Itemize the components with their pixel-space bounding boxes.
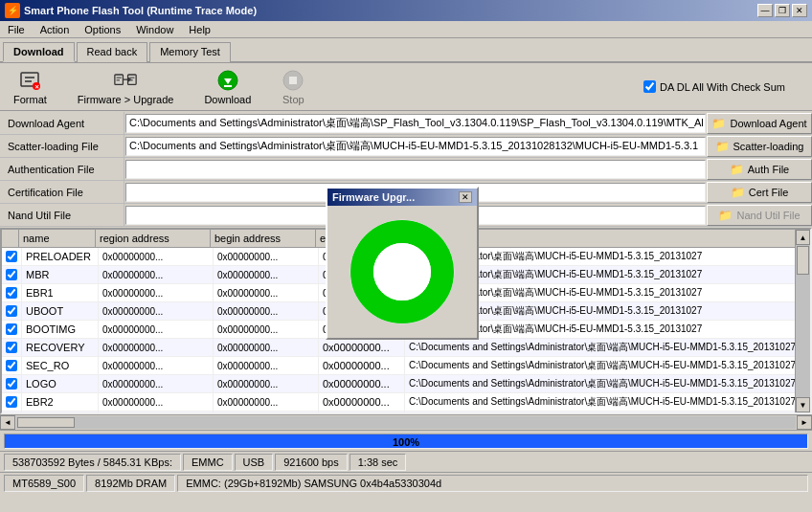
progress-section: 100% (0, 430, 812, 451)
row-begin: 0x00000000... (214, 357, 319, 374)
status-port: USB (235, 454, 274, 471)
menu-file[interactable]: File (5, 23, 28, 36)
status-time: 1:38 sec (350, 454, 407, 471)
modal-close-button[interactable]: ✕ (459, 191, 472, 203)
row-name: PRELOADER (22, 248, 99, 265)
row-end: 0x00000000... (319, 357, 405, 374)
modal-title: Firmware Upgr... (332, 191, 415, 203)
folder-icon-4: 📁 (731, 186, 745, 199)
row-name: ANDROID (22, 412, 99, 414)
svg-point-20 (373, 243, 431, 301)
svg-rect-2 (25, 80, 32, 82)
row-end: 0x00000000... (319, 412, 405, 414)
svg-rect-12 (129, 79, 132, 80)
row-checkbox[interactable] (6, 269, 17, 280)
scroll-up-button[interactable]: ▲ (796, 230, 810, 245)
svg-rect-5 (115, 75, 124, 84)
scroll-left-button[interactable]: ◄ (0, 415, 15, 430)
scatter-loading-input[interactable]: C:\Documents and Settings\Administrator\… (125, 137, 706, 156)
auth-file-label: Authentication File (0, 158, 124, 180)
scatter-loading-button[interactable]: 📁 Scatter-loading (707, 136, 812, 157)
info-chip: MT6589_S00 (4, 475, 84, 492)
scatter-loading-label: Scatter-loading File (0, 135, 124, 157)
h-scroll-thumb[interactable] (17, 417, 75, 428)
row-path: C:\Documents and Settings\Administrator\… (405, 357, 810, 374)
firmware-upgrade-button[interactable]: Firmware > Upgrade (72, 67, 180, 107)
row-checkbox[interactable] (6, 342, 17, 353)
menu-action[interactable]: Action (37, 23, 73, 36)
status-bytes: 538703592 Bytes / 5845.31 KBps: (4, 454, 181, 471)
window-controls: — ❐ ✕ (757, 4, 807, 17)
row-checkbox[interactable] (6, 396, 17, 408)
row-checkbox[interactable] (6, 323, 17, 335)
row-path: C:\Documents and Settings\Administrator\… (405, 339, 810, 356)
menu-options[interactable]: Options (81, 23, 124, 36)
download-agent-button[interactable]: 📁 Download Agent (707, 113, 812, 134)
menu-window[interactable]: Window (133, 23, 176, 36)
row-name: EBR2 (22, 393, 99, 411)
row-checkbox[interactable] (6, 378, 17, 390)
row-begin: 0x00000000... (214, 339, 319, 356)
tab-readback[interactable]: Read back (77, 42, 148, 62)
menu-help[interactable]: Help (186, 23, 214, 36)
table-row: SEC_RO 0x00000000... 0x00000000... 0x000… (2, 357, 810, 375)
col-check (2, 230, 19, 247)
menu-bar: File Action Options Window Help (0, 21, 812, 38)
col-begin: begin address (211, 230, 316, 247)
table-row: RECOVERY 0x00000000... 0x00000000... 0x0… (2, 339, 810, 357)
close-button[interactable]: ✕ (792, 4, 807, 17)
toolbar: ✕ Format Firmware > Upgrade (0, 63, 812, 111)
stop-button[interactable]: Stop (276, 67, 310, 107)
table-row: ANDROID 0x00000000... 0x00000000... 0x00… (2, 412, 810, 414)
modal-title-bar: Firmware Upgr... ✕ (327, 189, 477, 206)
col-region: region address (96, 230, 211, 247)
download-agent-input[interactable]: C:\Documents and Settings\Administrator\… (125, 114, 706, 133)
restore-button[interactable]: ❐ (775, 4, 790, 17)
row-name: EBR1 (22, 284, 99, 301)
row-region: 0x00000000... (99, 375, 214, 392)
scroll-right-button[interactable]: ► (797, 415, 812, 430)
row-end: 0x00000000... (319, 375, 405, 392)
cert-file-label: Certification File (0, 181, 124, 203)
nand-util-button[interactable]: 📁 Nand Util File (707, 205, 812, 226)
row-name: SEC_RO (22, 357, 99, 374)
tab-memorytest[interactable]: Memory Test (149, 42, 231, 62)
checksum-checkbox[interactable] (643, 80, 656, 93)
firmware-label: Firmware > Upgrade (78, 94, 174, 105)
row-region: 0x00000000... (99, 266, 214, 283)
row-region: 0x00000000... (99, 302, 214, 320)
auth-file-button[interactable]: 📁 Auth File (707, 159, 812, 180)
row-end: 0x00000000... (319, 393, 405, 411)
row-region: 0x00000000... (99, 248, 214, 265)
row-checkbox[interactable] (6, 305, 17, 317)
row-path: C:\Documents and Settings\Administrator\… (405, 375, 810, 392)
download-icon (216, 69, 239, 92)
row-begin: 0x00000000... (214, 266, 319, 283)
info-storage: EMMC: (29Gb+8192Mb) SAMSUNG 0x4b4a533030… (177, 475, 808, 492)
checksum-label: DA DL All With Check Sum (643, 80, 785, 93)
folder-icon-5: 📁 (718, 209, 733, 222)
row-checkbox[interactable] (6, 251, 17, 262)
row-begin: 0x00000000... (214, 284, 319, 301)
format-button[interactable]: ✕ Format (8, 67, 53, 107)
svg-rect-11 (129, 77, 134, 78)
row-checkbox[interactable] (6, 360, 17, 371)
tab-bar: Download Read back Memory Test (0, 38, 812, 63)
stop-icon (282, 69, 304, 92)
modal-window: Firmware Upgr... ✕ (326, 187, 479, 340)
auth-file-input[interactable] (125, 160, 706, 179)
scroll-down-button[interactable]: ▼ (796, 397, 810, 412)
info-bar: MT6589_S00 8192Mb DRAM EMMC: (29Gb+8192M… (0, 472, 812, 493)
row-checkbox[interactable] (6, 287, 17, 299)
download-button[interactable]: Download (198, 67, 257, 107)
svg-rect-6 (117, 77, 122, 78)
tab-download[interactable]: Download (3, 42, 75, 62)
table-scrollbar[interactable]: ▲ ▼ (795, 230, 810, 412)
cert-file-button[interactable]: 📁 Cert File (707, 182, 812, 203)
modal-content (327, 206, 477, 338)
row-region: 0x00000000... (99, 357, 214, 374)
minimize-button[interactable]: — (757, 4, 773, 17)
h-scroll-track (16, 416, 796, 429)
scroll-thumb[interactable] (797, 246, 809, 275)
download-label: Download (204, 94, 251, 105)
